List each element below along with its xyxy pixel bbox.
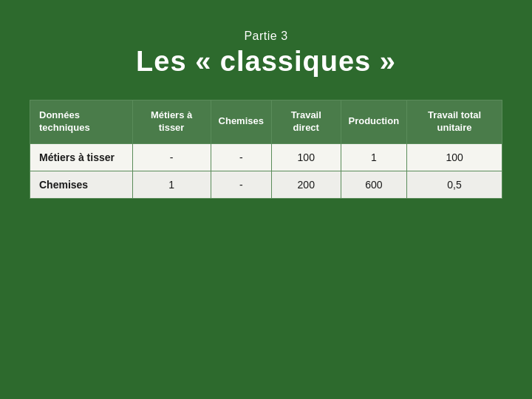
col-header-production: Production <box>341 100 407 144</box>
cell-production-1: 1 <box>341 143 407 171</box>
table-container: Données techniques Métiers à tisser Chem… <box>30 100 502 199</box>
table-row: Chemises 1 - 200 600 0,5 <box>30 171 502 198</box>
cell-chemises-2: - <box>211 171 271 198</box>
cell-travail-total-2: 0,5 <box>407 171 502 198</box>
cell-donnees-2: Chemises <box>30 171 133 198</box>
col-header-travail-total: Travail total unitaire <box>407 100 502 144</box>
cell-metiers-2: 1 <box>132 171 211 198</box>
col-header-travail-direct: Travail direct <box>271 100 341 144</box>
cell-travail-direct-1: 100 <box>271 143 341 171</box>
col-header-chemises: Chemises <box>211 100 271 144</box>
col-header-donnees: Données techniques <box>30 100 133 144</box>
page-header: Partie 3 Les « classiques » <box>136 30 396 78</box>
page-subtitle: Partie 3 <box>136 30 396 43</box>
cell-production-2: 600 <box>341 171 407 198</box>
page-title: Les « classiques » <box>136 46 396 78</box>
cell-metiers-1: - <box>132 143 211 171</box>
table-row: Métiers à tisser - - 100 1 100 <box>30 143 502 171</box>
cell-chemises-1: - <box>211 143 271 171</box>
cell-travail-direct-2: 200 <box>271 171 341 198</box>
cell-travail-total-1: 100 <box>407 143 502 171</box>
cell-donnees-1: Métiers à tisser <box>30 143 133 171</box>
table-header-row: Données techniques Métiers à tisser Chem… <box>30 100 502 144</box>
data-table: Données techniques Métiers à tisser Chem… <box>30 100 502 199</box>
col-header-metiers: Métiers à tisser <box>132 100 211 144</box>
